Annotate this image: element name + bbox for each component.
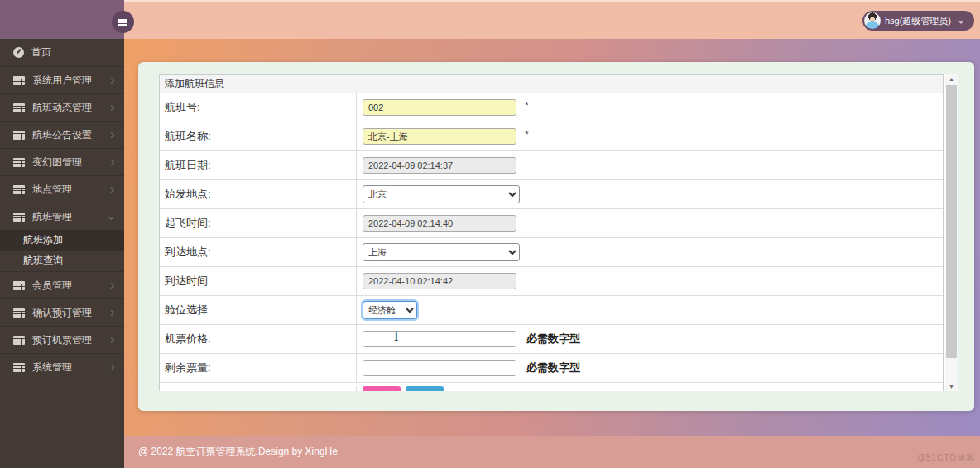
sidebar-subitem-flight-query[interactable]: 航班查询 (0, 251, 124, 271)
form-row-origin: 始发地点: 北京 (160, 180, 943, 209)
sidebar-item-label: 变幻图管理 (32, 155, 82, 170)
form-cell: 提交 重置 (357, 386, 943, 391)
form-row-flight-no: 航班号: * (160, 93, 943, 122)
sidebar-toggle-button[interactable] (112, 11, 134, 33)
submit-button[interactable]: 提交 (363, 386, 401, 391)
sidebar-item-system[interactable]: 系统管理 (0, 353, 124, 380)
scrollbar-down-arrow[interactable]: ▼ (945, 382, 958, 391)
form-row-arrive-time: 到达时间: (160, 267, 943, 296)
form-cell: 上海 (357, 243, 943, 261)
tickets-input[interactable] (363, 360, 516, 376)
price-input[interactable] (363, 331, 516, 347)
form-row-destination: 到达地点: 上海 (160, 238, 943, 267)
add-flight-form: 添加航班信息 航班号: * 航班名称: * 航班日期: (159, 74, 944, 391)
tickets-hint: 必需数字型 (526, 361, 580, 375)
watermark: @51CTO博客 (917, 452, 975, 464)
flight-date-input[interactable] (363, 157, 516, 174)
sidebar-item-ticket-booking[interactable]: 预订机票管理 (0, 326, 124, 353)
chevron-right-icon (108, 159, 114, 165)
username-label: hsg(超级管理员) (885, 15, 951, 27)
form-row-buttons: 提交 重置 (160, 383, 943, 391)
form-row-flight-date: 航班日期: (160, 151, 943, 180)
table-icon (13, 185, 25, 194)
sidebar-item-members[interactable]: 会员管理 (0, 271, 124, 298)
form-cell (357, 273, 943, 289)
depart-time-input[interactable] (363, 215, 516, 232)
required-asterisk: * (525, 129, 529, 141)
table-icon (13, 213, 25, 222)
table-icon (13, 281, 25, 290)
form-scrollbar[interactable]: ▲ ▼ (945, 74, 958, 391)
chevron-right-icon (108, 282, 114, 288)
sidebar-item-confirm-booking[interactable]: 确认预订管理 (0, 298, 124, 326)
sidebar-item-carousel[interactable]: 变幻图管理 (0, 148, 124, 175)
footer: @ 2022 航空订票管理系统.Design by XingHe (124, 436, 980, 468)
form-cell: 北京 (357, 185, 943, 203)
sidebar-item-home[interactable]: 首页 (0, 39, 124, 66)
destination-label: 到达地点: (160, 238, 357, 266)
arrive-time-label: 到达时间: (160, 267, 357, 295)
depart-time-label: 起飞时间: (160, 209, 357, 237)
sidebar-item-label: 确认预订管理 (32, 306, 92, 320)
form-row-flight-name: 航班名称: * (160, 122, 943, 151)
flight-name-label: 航班名称: (160, 122, 357, 150)
chevron-down-icon (108, 213, 114, 219)
chevron-right-icon (108, 364, 114, 370)
scrollbar-thumb[interactable] (946, 85, 957, 358)
sidebar-item-flight-announcement[interactable]: 航班公告设置 (0, 121, 124, 148)
main-content-area: 添加航班信息 航班号: * 航班名称: * 航班日期: (124, 39, 980, 436)
price-label: 机票价格: (160, 325, 357, 353)
chevron-right-icon (108, 104, 114, 110)
sidebar-item-locations[interactable]: 地点管理 (0, 175, 124, 203)
form-row-tickets: 剩余票量: 必需数字型 (160, 354, 943, 383)
form-cell (357, 157, 943, 174)
form-row-price: 机票价格: 必需数字型 (160, 325, 943, 354)
sidebar-item-label: 系统用户管理 (32, 74, 92, 88)
flight-no-input[interactable] (363, 99, 516, 116)
flight-date-label: 航班日期: (160, 151, 357, 179)
cabin-label: 舱位选择: (160, 296, 357, 324)
chevron-right-icon (108, 337, 114, 342)
origin-label: 始发地点: (160, 180, 357, 208)
flight-name-input[interactable] (363, 128, 516, 145)
sidebar-subitem-label: 航班查询 (23, 254, 63, 268)
chevron-right-icon (108, 77, 114, 83)
table-icon (13, 158, 25, 167)
sidebar-item-label: 地点管理 (32, 183, 72, 197)
form-cell: 经济舱 (357, 301, 943, 319)
sidebar-menu: 首页 系统用户管理 航班动态管理 航班公告设置 变幻图管理 地点管理 (0, 39, 124, 380)
user-menu[interactable]: hsg(超级管理员) (862, 11, 974, 31)
sidebar-item-label: 航班公告设置 (32, 128, 92, 142)
sidebar-item-label: 航班动态管理 (32, 101, 92, 115)
table-icon (13, 336, 25, 345)
tickets-label: 剩余票量: (160, 354, 357, 382)
cabin-select[interactable]: 经济舱 (363, 301, 417, 319)
dashboard-icon (13, 47, 24, 58)
form-cell: 必需数字型 (357, 331, 943, 347)
scrollbar-up-arrow[interactable]: ▲ (945, 74, 958, 84)
sidebar-item-label: 首页 (31, 45, 51, 60)
sidebar: 首页 系统用户管理 航班动态管理 航班公告设置 变幻图管理 地点管理 (0, 0, 124, 468)
required-asterisk: * (525, 100, 529, 112)
form-row-depart-time: 起飞时间: (160, 209, 943, 238)
sidebar-subitem-flight-add[interactable]: 航班添加 (0, 230, 124, 251)
table-icon (13, 76, 25, 85)
destination-select[interactable]: 上海 (363, 243, 520, 261)
chevron-right-icon (108, 131, 114, 137)
sidebar-item-flight-dynamics[interactable]: 航班动态管理 (0, 93, 124, 121)
sidebar-header (0, 0, 124, 39)
sidebar-subitem-label: 航班添加 (23, 233, 63, 247)
origin-select[interactable]: 北京 (363, 185, 520, 203)
table-icon (13, 131, 25, 140)
sidebar-item-system-users[interactable]: 系统用户管理 (0, 66, 124, 93)
table-icon (13, 103, 25, 112)
content-card: 添加航班信息 航班号: * 航班名称: * 航班日期: (138, 62, 974, 411)
reset-button[interactable]: 重置 (406, 386, 444, 391)
sidebar-item-label: 会员管理 (32, 279, 72, 293)
sidebar-item-label: 系统管理 (32, 361, 72, 375)
form-row-cabin: 舱位选择: 经济舱 (160, 296, 943, 325)
arrive-time-input[interactable] (363, 273, 516, 289)
footer-copyright: @ 2022 航空订票管理系统.Design by XingHe (138, 445, 338, 459)
form-cell: 必需数字型 (357, 360, 943, 376)
sidebar-item-flight-management[interactable]: 航班管理 (0, 203, 124, 230)
